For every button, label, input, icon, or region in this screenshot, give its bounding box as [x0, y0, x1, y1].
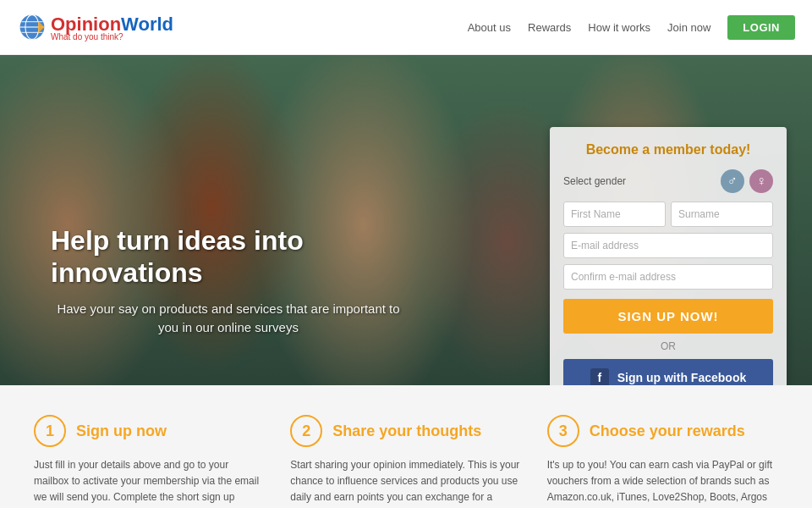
signup-button[interactable]: SIGN UP NOW!	[563, 299, 773, 334]
surname-input[interactable]	[671, 202, 773, 227]
step-3-number: 3	[547, 415, 579, 447]
confirm-email-input[interactable]	[563, 264, 773, 290]
step-2-number: 2	[290, 415, 322, 447]
nav-rewards[interactable]: Rewards	[528, 21, 571, 34]
gender-row: Select gender ♂ ♀	[563, 169, 773, 193]
step-3-description: It's up to you! You can earn cash via Pa…	[547, 457, 778, 508]
gender-label: Select gender	[563, 175, 712, 187]
step-2-description: Start sharing your opinion immediately. …	[290, 457, 521, 508]
signup-panel: Become a member today! Select gender ♂ ♀…	[550, 127, 787, 385]
facebook-icon: f	[590, 368, 609, 385]
step-2-col: 2 Share your thoughts Start sharing your…	[290, 415, 521, 508]
confirm-email-row	[563, 264, 773, 290]
nav-join-now[interactable]: Join now	[667, 21, 710, 34]
step-1-header: 1 Sign up now	[34, 415, 265, 447]
gender-female-icon[interactable]: ♀	[749, 169, 773, 193]
hero-title: Help turn ideas into innovations	[51, 224, 406, 290]
step-2-title: Share your thoughts	[332, 422, 481, 440]
nav-about[interactable]: About us	[468, 21, 511, 34]
step-1-title: Sign up now	[76, 422, 167, 440]
step-2-header: 2 Share your thoughts	[290, 415, 521, 447]
steps-section: 1 Sign up now Just fill in your details …	[0, 385, 812, 508]
hero-content: Help turn ideas into innovations Have yo…	[51, 224, 406, 338]
nav-how-it-works[interactable]: How it works	[588, 21, 650, 34]
globe-icon	[17, 12, 47, 42]
gender-male-icon[interactable]: ♂	[721, 169, 744, 193]
hero-subtitle: Have your say on products and services t…	[51, 300, 406, 338]
email-input[interactable]	[563, 233, 773, 258]
header: OpinionWorld What do you think? About us…	[0, 0, 812, 55]
gender-icons: ♂ ♀	[721, 169, 773, 193]
login-button[interactable]: LOGIN	[727, 15, 795, 40]
or-divider: OR	[563, 340, 773, 352]
step-3-col: 3 Choose your rewards It's up to you! Yo…	[547, 415, 778, 508]
logo: OpinionWorld What do you think?	[17, 12, 173, 42]
step-1-col: 1 Sign up now Just fill in your details …	[34, 415, 265, 508]
name-row	[563, 202, 773, 227]
first-name-input[interactable]	[563, 202, 666, 227]
main-nav: About us Rewards How it works Join now L…	[468, 15, 795, 40]
facebook-signup-button[interactable]: f Sign up with Facebook	[563, 359, 773, 385]
step-3-title: Choose your rewards	[590, 422, 745, 440]
email-row	[563, 233, 773, 258]
facebook-signup-label: Sign up with Facebook	[617, 371, 746, 384]
step-3-header: 3 Choose your rewards	[547, 415, 778, 447]
hero-section: Help turn ideas into innovations Have yo…	[0, 55, 812, 385]
step-1-number: 1	[34, 415, 66, 447]
step-1-description: Just fill in your details above and go t…	[34, 457, 265, 508]
signup-panel-title: Become a member today!	[563, 142, 773, 157]
